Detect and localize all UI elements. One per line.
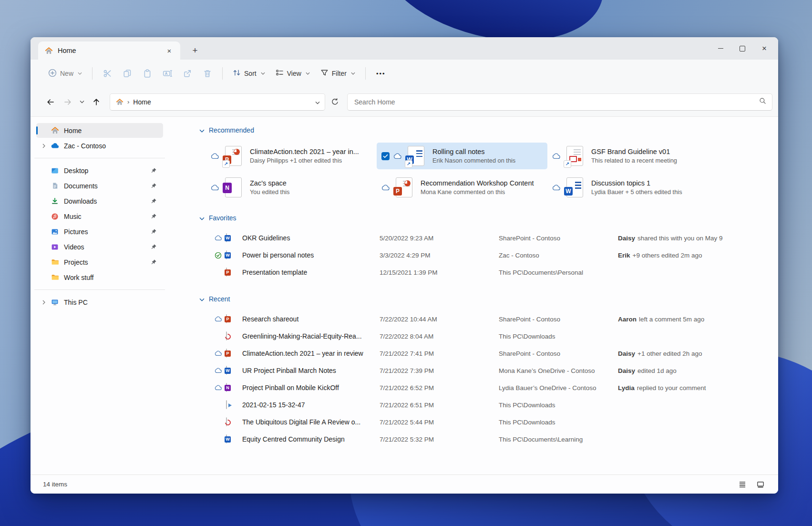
cloud-status-icon xyxy=(211,153,220,159)
refresh-button[interactable] xyxy=(325,93,344,111)
address-dropdown-icon[interactable] xyxy=(315,98,320,106)
navigation-pane: Home Zac - Contoso Desktop Doc xyxy=(31,117,169,474)
chevron-down-icon[interactable] xyxy=(199,214,205,222)
onedrive-icon xyxy=(51,142,59,150)
rename-button[interactable] xyxy=(157,64,177,83)
pin-icon xyxy=(151,198,157,205)
up-button[interactable] xyxy=(88,93,105,111)
address-input[interactable]: › Home xyxy=(110,93,325,111)
file-row-project-pinball-kickoff[interactable]: Project Pinball on Mobile KickOff 7/21/2… xyxy=(199,379,778,396)
onenote-file-icon xyxy=(225,177,242,197)
card-rolling-call-notes[interactable]: Rolling call notesErik Nason commented o… xyxy=(377,143,547,169)
sidebar-item-documents[interactable]: Documents xyxy=(36,178,163,193)
cut-button[interactable] xyxy=(97,64,117,83)
file-row-equity-centred-design[interactable]: Equity Centred Community Design 7/21/202… xyxy=(199,431,778,448)
cloud-status-icon xyxy=(211,185,220,191)
view-button[interactable]: View xyxy=(270,64,315,83)
toolbar-separator xyxy=(92,67,93,80)
search-icon xyxy=(759,97,766,106)
sidebar-item-work-stuff[interactable]: Work stuff xyxy=(36,270,163,285)
toolbar-separator xyxy=(222,67,223,80)
recent-locations-button[interactable] xyxy=(76,93,88,111)
chevron-down-icon xyxy=(78,72,82,75)
shortcut-arrow-icon xyxy=(405,160,412,168)
titlebar[interactable]: Home × + × xyxy=(31,37,778,60)
new-tab-button[interactable]: + xyxy=(187,43,203,58)
sidebar-item-music[interactable]: Music xyxy=(36,209,163,224)
close-button[interactable]: × xyxy=(753,39,775,58)
chevron-down-icon[interactable] xyxy=(199,295,205,303)
file-row-power-bi-notes[interactable]: Power bi personal notes 3/3/2022 4:29 PM… xyxy=(199,247,778,264)
pin-icon xyxy=(151,213,157,220)
section-header-recent[interactable]: Recent xyxy=(199,292,778,306)
shortcut-arrow-icon xyxy=(222,160,230,168)
search-box[interactable] xyxy=(347,93,772,111)
explorer-tab-home[interactable]: Home × xyxy=(38,41,180,60)
file-row-climateaction-review[interactable]: ClimateAction.tech 2021 – year in review… xyxy=(199,345,778,362)
card-discussion-topics[interactable]: Discussion topics 1Lydia Bauer + 5 other… xyxy=(547,174,718,201)
sidebar-item-projects[interactable]: Projects xyxy=(36,255,163,269)
minimize-icon xyxy=(718,48,723,49)
file-row-ubiquitous-digital-file[interactable]: The Ubiquitous Digital File A Review o..… xyxy=(199,413,778,431)
sidebar-item-videos[interactable]: Videos xyxy=(36,239,163,254)
toolbar-separator xyxy=(365,67,366,80)
see-more-button[interactable]: ••• xyxy=(370,70,391,77)
chevron-right-icon[interactable] xyxy=(40,300,48,305)
maximize-button[interactable] xyxy=(731,39,753,58)
file-row-video-capture[interactable]: 2021-02-15 15-32-47 7/21/2022 6:51 PM Th… xyxy=(199,396,778,413)
tab-title: Home xyxy=(58,47,163,54)
minimize-button[interactable] xyxy=(709,39,731,58)
paste-button[interactable] xyxy=(137,64,157,83)
command-toolbar: New Sort View Filter xyxy=(31,60,778,87)
search-input[interactable] xyxy=(353,98,759,106)
address-bar: › Home xyxy=(31,87,778,117)
filter-button[interactable]: Filter xyxy=(315,64,360,83)
section-header-favorites[interactable]: Favorites xyxy=(199,211,778,225)
forward-button[interactable] xyxy=(59,93,76,111)
file-row-research-shareout[interactable]: Research shareout 7/22/2022 10:44 AM Sha… xyxy=(199,310,778,328)
back-button[interactable] xyxy=(42,93,59,111)
sidebar-item-pictures[interactable]: Pictures xyxy=(36,224,163,239)
video-file-icon xyxy=(226,401,242,409)
item-count: 14 items xyxy=(43,481,731,488)
chevron-down-icon xyxy=(261,72,265,75)
file-row-ur-project-pinball[interactable]: UR Project Pinball March Notes 7/21/2022… xyxy=(199,362,778,379)
file-row-okr-guidelines[interactable]: OKR Guidelines 5/20/2022 9:23 AM SharePo… xyxy=(199,229,778,247)
sidebar-item-onedrive-zac-contoso[interactable]: Zac - Contoso xyxy=(36,138,163,153)
sidebar-divider xyxy=(34,158,165,158)
large-thumbnails-button[interactable] xyxy=(753,478,768,491)
sidebar-item-desktop[interactable]: Desktop xyxy=(36,163,163,178)
checkbox-checked[interactable] xyxy=(381,152,390,160)
breadcrumb[interactable]: Home xyxy=(133,98,315,106)
sort-icon xyxy=(233,69,241,78)
pin-icon xyxy=(151,167,157,174)
recent-rows: Research shareout 7/22/2022 10:44 AM Sha… xyxy=(199,310,778,448)
sidebar-item-downloads[interactable]: Downloads xyxy=(36,194,163,208)
copy-button[interactable] xyxy=(117,64,137,83)
card-climateaction[interactable]: ClimateAction.tech 2021 – year in...Dais… xyxy=(206,143,377,169)
file-row-greenlining[interactable]: Greenlining-Making-Racial-Equity-Rea... … xyxy=(199,328,778,345)
file-row-presentation-template[interactable]: Presentation template 12/15/2021 1:39 PM… xyxy=(199,264,778,281)
card-zacs-space[interactable]: Zac's spaceYou edited this xyxy=(206,174,377,201)
favorites-rows: OKR Guidelines 5/20/2022 9:23 AM SharePo… xyxy=(199,229,778,281)
card-recommendation-workshop[interactable]: Recommendation Workshop ContentMona Kane… xyxy=(377,174,547,201)
new-button[interactable]: New xyxy=(43,64,87,83)
tab-close-button[interactable]: × xyxy=(163,44,175,57)
pdf-file-icon xyxy=(226,332,242,340)
chevron-right-icon[interactable] xyxy=(40,144,48,148)
share-button[interactable] xyxy=(177,64,197,83)
home-icon xyxy=(45,47,53,55)
card-gsf-brand-guideline[interactable]: GSF Brand Guideline v01This related to a… xyxy=(547,143,718,169)
folder-icon xyxy=(51,258,59,267)
image-document-icon xyxy=(566,146,583,166)
details-view-button[interactable] xyxy=(735,478,750,491)
delete-button[interactable] xyxy=(197,64,217,83)
word-file-icon xyxy=(226,234,242,242)
sidebar-item-home[interactable]: Home xyxy=(36,123,163,138)
sidebar-item-this-pc[interactable]: This PC xyxy=(36,295,163,309)
status-bar: 14 items xyxy=(31,474,778,494)
chevron-down-icon[interactable] xyxy=(199,126,205,134)
sort-button[interactable]: Sort xyxy=(227,64,270,83)
section-header-recommended[interactable]: Recommended xyxy=(199,124,778,137)
word-file-icon xyxy=(566,177,583,197)
